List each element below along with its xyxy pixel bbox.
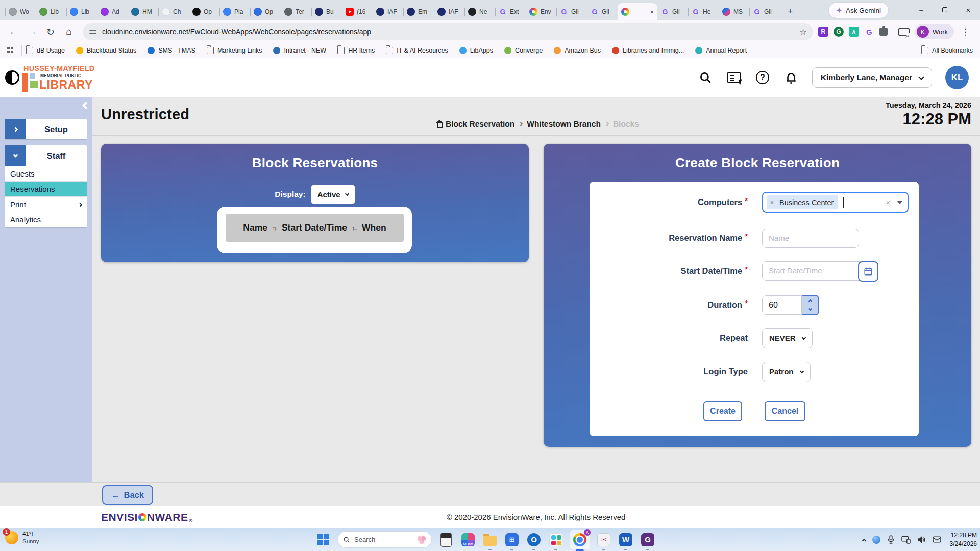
new-tab-button[interactable]: + [783, 4, 797, 18]
notifications-bell-icon[interactable] [783, 70, 799, 85]
bookmark-item[interactable]: Libraries and Immig... [612, 47, 684, 54]
browser-tab[interactable]: Op × [189, 3, 219, 20]
browser-tab[interactable]: Ter × [281, 3, 311, 20]
bookmark-item[interactable]: SMS - TMAS [148, 47, 195, 54]
computers-multiselect[interactable]: × Business Center × [762, 192, 909, 213]
extension-grammarly-icon[interactable]: G [834, 27, 844, 37]
dropdown-arrow-icon[interactable] [897, 201, 902, 204]
duration-input[interactable] [762, 295, 802, 315]
reading-mode-icon[interactable] [898, 28, 910, 36]
taskbar-search[interactable]: Search [337, 531, 432, 548]
breadcrumb-block-reservation[interactable]: Block Reservation [446, 119, 514, 129]
tray-expand-icon[interactable] [863, 535, 866, 544]
browser-tab[interactable]: Ch × [158, 3, 189, 20]
phone-link-icon[interactable] [438, 532, 454, 547]
column-start[interactable]: Start Date/Time [282, 222, 347, 233]
copilot-tray-icon[interactable] [872, 536, 880, 544]
browser-tab[interactable]: × [618, 3, 657, 20]
sort-icon[interactable]: ↑↓ [272, 224, 276, 232]
bookmark-item[interactable]: Converge [504, 47, 543, 54]
browser-tab[interactable]: Ne × [464, 3, 495, 20]
weather-widget[interactable]: 1 41°FSunny [5, 530, 39, 545]
forward-nav-icon[interactable]: → [23, 23, 41, 40]
browser-tab[interactable]: IAF × [373, 3, 403, 20]
extension-r-icon[interactable]: R [818, 27, 828, 37]
bookmark-item[interactable]: dB Usage [26, 47, 65, 54]
bookmark-item[interactable]: Marketing Links [207, 47, 262, 54]
stepper-down-icon[interactable] [802, 305, 818, 314]
browser-tab[interactable]: Op × [250, 3, 281, 20]
browser-tab[interactable]: Wo × [5, 3, 36, 20]
browser-tab[interactable]: Pla × [219, 3, 250, 20]
extensions-puzzle-icon[interactable] [879, 28, 888, 36]
calendar-picker-button[interactable] [858, 261, 878, 282]
extension-navan-icon[interactable]: ∧ [849, 27, 859, 37]
create-button[interactable]: Create [703, 401, 742, 421]
bookmark-item[interactable]: IT & AI Resources [386, 47, 448, 54]
outlook-icon[interactable]: O [526, 532, 542, 547]
speaker-icon[interactable] [917, 536, 926, 544]
word-icon[interactable]: W [618, 532, 633, 547]
chip-remove-icon[interactable]: × [767, 199, 777, 206]
repeat-select[interactable]: NEVER [762, 328, 813, 348]
extension-gemini-icon[interactable]: G [864, 27, 874, 37]
file-explorer-icon[interactable] [482, 532, 498, 547]
ask-gemini-button[interactable]: Ask Gemini [829, 3, 888, 18]
browser-tab[interactable]: HM × [128, 3, 158, 20]
bookmark-item[interactable]: HR Items [337, 47, 375, 54]
stepper-up-icon[interactable] [802, 296, 818, 306]
apps-grid-icon[interactable] [7, 47, 14, 54]
browser-tab[interactable]: Lib × [66, 3, 97, 20]
clock[interactable]: 12:28 PM 3/24/2026 [950, 531, 977, 547]
cast-screen-icon[interactable] [901, 536, 911, 544]
browser-tab[interactable]: Env × [526, 3, 556, 20]
sort-amount-icon[interactable]: ↑≡ [352, 224, 356, 232]
sidebar-item-analytics[interactable]: Analytics [5, 212, 87, 227]
search-icon[interactable] [698, 70, 713, 85]
avatar[interactable]: KL [945, 66, 969, 89]
back-nav-icon[interactable]: ← [5, 23, 22, 40]
column-name[interactable]: Name [243, 222, 267, 233]
maximize-button[interactable] [933, 0, 957, 19]
sidebar-item-guests[interactable]: Guests [5, 166, 87, 181]
mail-tray-icon[interactable] [933, 536, 941, 543]
browser-tab[interactable]: MS × [719, 3, 749, 20]
home-icon[interactable]: ⌂ [60, 23, 78, 40]
sidebar-item-reservations[interactable]: Reservations [5, 181, 87, 196]
close-button[interactable]: × [957, 0, 980, 19]
browser-menu-icon[interactable]: ⋮ [961, 27, 970, 37]
browser-tab[interactable]: Gli × [749, 3, 780, 20]
display-select[interactable]: Active [311, 185, 355, 204]
browser-tab[interactable]: Gli × [587, 3, 618, 20]
bookmark-star-icon[interactable]: ☆ [800, 27, 807, 37]
help-icon[interactable]: ? [755, 70, 770, 85]
news-icon[interactable] [726, 70, 742, 85]
cancel-button[interactable]: Cancel [765, 401, 805, 421]
browser-tab[interactable]: IAF × [434, 3, 464, 20]
m365-copilot-icon[interactable]: M365 [460, 532, 476, 547]
slack-icon[interactable] [548, 532, 564, 547]
sidebar-section-staff-header[interactable]: Staff [5, 145, 87, 166]
bookmark-item[interactable]: LibApps [459, 47, 493, 54]
chrome-icon-active[interactable]: K [570, 530, 590, 549]
chevron-right-icon[interactable] [5, 119, 26, 139]
browser-tab[interactable]: Gli × [657, 3, 688, 20]
bookmark-item[interactable]: Annual Report [695, 47, 747, 54]
refresh-icon[interactable]: ↻ [42, 23, 59, 40]
chevron-down-icon[interactable] [5, 145, 26, 166]
url-text[interactable]: cloudnine.envisionware.net/EwCloud-WebAp… [102, 28, 795, 36]
sidebar-section-setup[interactable]: Setup [5, 119, 87, 139]
browser-tab[interactable]: Bu × [311, 3, 342, 20]
login-type-select[interactable]: Patron [762, 362, 811, 382]
bookmark-item[interactable]: Amazon Bus [554, 47, 601, 54]
contrast-toggle-icon[interactable] [5, 70, 19, 85]
sidebar-collapse-icon[interactable] [83, 101, 89, 110]
bookmark-item[interactable]: Intranet - NEW [273, 47, 326, 54]
browser-tab[interactable]: Gli × [556, 3, 587, 20]
bookmark-item[interactable]: Blackbaud Status [76, 47, 136, 54]
microsoft-store-icon[interactable]: ⊞ [504, 532, 520, 547]
gimp-icon[interactable]: G [640, 532, 655, 547]
snipping-tool-icon[interactable]: ✂ [596, 532, 611, 547]
all-bookmarks-button[interactable]: All Bookmarks [921, 47, 973, 54]
browser-tab[interactable]: Em × [403, 3, 434, 20]
